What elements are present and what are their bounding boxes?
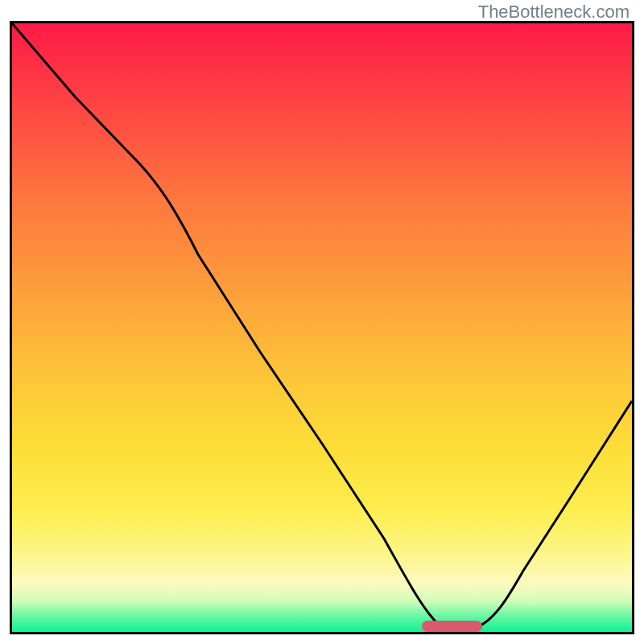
watermark-text: TheBottleneck.com	[478, 2, 630, 23]
bottleneck-curve	[12, 23, 632, 630]
optimal-marker	[422, 621, 482, 632]
chart-curve-svg	[12, 23, 632, 632]
chart-area	[10, 21, 634, 634]
